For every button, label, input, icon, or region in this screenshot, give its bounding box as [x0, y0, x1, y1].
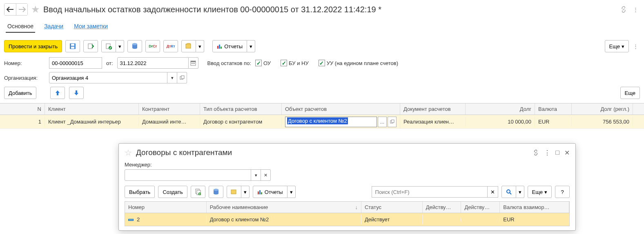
calendar-icon[interactable]	[189, 57, 198, 69]
table-row: 1 Клиент _Домашний интерьер Домашний инт…	[0, 115, 644, 129]
svg-rect-8	[186, 44, 191, 48]
register-button[interactable]	[101, 40, 116, 52]
checkbox-ou[interactable]: ✓ОУ	[255, 60, 271, 66]
create-based-dropdown[interactable]: ▾	[196, 40, 204, 52]
tab-main[interactable]: Основное	[6, 21, 35, 33]
cell-debt[interactable]: 10 000,00	[466, 117, 535, 126]
col-debt[interactable]: Долг	[466, 104, 535, 115]
number-label: Номер:	[4, 60, 45, 66]
svg-rect-15	[193, 63, 194, 64]
main-toolbar: Провести и закрыть ▾ DrCr ДтКт ▾ Отчеты …	[0, 37, 644, 56]
svg-rect-9	[217, 46, 218, 49]
cell-document[interactable]: Реализация клиен…	[400, 117, 466, 126]
move-down-button[interactable]	[69, 87, 84, 99]
tab-bar: Основное Задачи Мои заметки	[0, 19, 644, 37]
svg-rect-11	[221, 47, 222, 49]
nav-buttons	[4, 3, 28, 16]
favorite-star-icon[interactable]: ★	[31, 4, 40, 15]
number-field[interactable]	[49, 57, 102, 69]
number-date-row: Номер: от: Ввод остатков по: ✓ОУ ✓БУ и Н…	[0, 56, 644, 70]
create-based-button[interactable]	[181, 40, 196, 52]
svg-rect-20	[391, 120, 394, 122]
cell-n[interactable]: 1	[0, 117, 45, 126]
object-open-icon[interactable]	[388, 117, 397, 127]
svg-rect-10	[219, 45, 220, 49]
from-label: от:	[106, 60, 113, 66]
cell-type[interactable]: Договор с контрагентом	[200, 117, 282, 126]
cell-client[interactable]: Клиент _Домашний интерьер	[45, 117, 139, 126]
organization-row: Организация: ▾	[0, 70, 644, 85]
col-type[interactable]: Тип объекта расчетов	[200, 104, 282, 115]
svg-rect-18	[181, 76, 184, 79]
svg-rect-16	[194, 63, 195, 64]
col-object[interactable]: Объект расчетов	[282, 104, 400, 115]
move-up-button[interactable]	[50, 87, 65, 99]
forward-button[interactable]	[16, 4, 27, 15]
balances-label: Ввод остатков по:	[207, 60, 251, 66]
more-icon[interactable]: ⋮	[631, 5, 640, 14]
register-dropdown[interactable]: ▾	[116, 40, 124, 52]
cell-contractor[interactable]: Домашний инте…	[139, 117, 200, 126]
organization-field[interactable]	[49, 72, 167, 83]
svg-rect-2	[71, 47, 74, 49]
page-title: Ввод начальных остатков задолженности кл…	[43, 5, 381, 14]
cell-debt-regl[interactable]: 756 553,00	[572, 117, 633, 126]
main-grid: N Клиент Контрагент Тип объекта расчетов…	[0, 103, 644, 129]
cell-currency[interactable]: EUR	[535, 117, 572, 126]
cell-object-edit[interactable]: Договор с клиентом №2 …	[282, 115, 400, 129]
post-and-close-button[interactable]: Провести и закрыть	[4, 40, 62, 52]
dtkt-button[interactable]: ДтКт	[163, 40, 178, 52]
col-contractor[interactable]: Контрагент	[139, 104, 200, 115]
reports-button[interactable]: Отчеты	[212, 40, 247, 52]
save-button[interactable]	[65, 40, 80, 52]
reports-dropdown[interactable]: ▾	[247, 40, 255, 52]
drcr-button[interactable]: DrCr	[145, 40, 160, 52]
date-field[interactable]	[117, 57, 189, 69]
col-currency[interactable]: Валюта	[535, 104, 572, 115]
svg-rect-1	[71, 44, 74, 46]
grid-more-button[interactable]: Еще	[620, 87, 640, 99]
svg-rect-13	[191, 61, 196, 62]
col-client[interactable]: Клиент	[45, 104, 139, 115]
tab-notes[interactable]: Мои заметки	[72, 21, 109, 33]
organization-label: Организация:	[4, 75, 45, 81]
grid-header: N Клиент Контрагент Тип объекта расчетов…	[0, 104, 644, 115]
tab-tasks[interactable]: Задачи	[42, 21, 65, 33]
add-row: Добавить Еще	[0, 85, 644, 101]
object-input: Договор с клиентом №2	[285, 117, 377, 127]
post-button[interactable]	[83, 40, 98, 52]
col-debt-regl[interactable]: Долг (регл.)	[572, 104, 633, 115]
organization-open-icon[interactable]	[177, 72, 187, 83]
organization-dropdown[interactable]: ▾	[167, 72, 177, 83]
svg-rect-14	[192, 63, 192, 64]
back-button[interactable]	[4, 4, 16, 15]
more-button[interactable]: Еще ▾	[605, 40, 629, 52]
object-select-button[interactable]: …	[378, 117, 387, 127]
col-document[interactable]: Документ расчетов	[400, 104, 466, 115]
checkbox-uu[interactable]: ✓УУ (на едином плане счетов)	[319, 60, 398, 66]
add-button[interactable]: Добавить	[4, 87, 36, 99]
svg-point-7	[132, 43, 137, 45]
more-icon-2[interactable]: ⋮	[631, 42, 640, 51]
movements-button[interactable]	[127, 40, 142, 52]
svg-rect-3	[88, 44, 92, 49]
col-n[interactable]: N	[0, 104, 45, 115]
checkbox-bunu[interactable]: ✓БУ и НУ	[281, 60, 309, 66]
link-icon[interactable]	[620, 6, 627, 13]
